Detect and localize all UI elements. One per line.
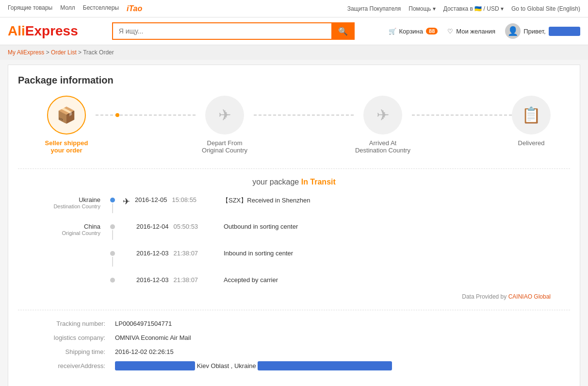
package-details: Tracking number: LP00064971504771 logist… xyxy=(18,310,570,369)
event-location-ukraine: Ukraine Destination Country xyxy=(37,196,110,209)
header: AliExpress 🔍 🛒 Корзина 88 ♡ Мои желания … xyxy=(0,17,588,45)
itao-logo[interactable]: iTao xyxy=(127,4,142,13)
event-dot-container-2 xyxy=(110,223,115,240)
logo-ali: Ali xyxy=(8,23,25,38)
event-dot-4 xyxy=(110,278,115,283)
event-dot-container-1 xyxy=(110,196,115,213)
greeting-label: Привет, xyxy=(523,28,546,35)
tracker-dots-1 xyxy=(96,115,196,116)
shipping-label: Shipping time: xyxy=(18,348,115,355)
event-dot-container-3 xyxy=(110,250,115,267)
shipped-label: Seller shipped your order xyxy=(37,139,96,154)
event-dot-line-2 xyxy=(112,230,113,240)
user-button[interactable]: 👤 Привет, user xyxy=(505,23,580,39)
depart-label: Depart From Original Country xyxy=(196,139,254,154)
event-location-china: China Original Country xyxy=(37,223,110,236)
detail-row-tracking: Tracking number: LP00064971504771 xyxy=(18,320,570,327)
transit-label: your package In Transit xyxy=(18,168,570,186)
plane-icon-1: ✈ xyxy=(123,196,130,207)
tracking-number-value: LP00064971504771 xyxy=(115,320,172,327)
tracker-step-arrived: ✈ Arrived At Destination Country xyxy=(354,96,412,154)
event-dot-line-1 xyxy=(112,203,113,213)
wishlist-icon: ♡ xyxy=(447,28,453,35)
top-nav-hot-deals[interactable]: Горящие товары xyxy=(8,4,52,13)
receiver-address-blur1: xxxxxxxxxx xyxy=(115,361,195,370)
event-time-3: 21:38:07 xyxy=(174,250,198,257)
transit-status: In Transit xyxy=(301,178,336,186)
tracker-step-depart: ✈ Depart From Original Country xyxy=(196,96,254,154)
tracker-line-1 xyxy=(96,115,196,116)
top-nav-left: Горящие товары Молл Бестселлеры iTao xyxy=(8,4,142,13)
user-avatar: 👤 xyxy=(505,23,521,39)
breadcrumb-order-list[interactable]: Order List xyxy=(51,49,77,56)
event-description-4: Accepted by carrier xyxy=(224,276,551,284)
event-description-3: Inbound in sorting center xyxy=(224,250,551,257)
event-dot-1 xyxy=(110,198,115,202)
event-description-2: Outbound in sorting center xyxy=(224,223,551,230)
delivered-label: Delivered xyxy=(518,139,545,147)
cainiao-link[interactable]: CAINIAO Global xyxy=(508,293,551,300)
data-provider-text: Data Provided by xyxy=(462,293,506,300)
transit-prefix: your package xyxy=(252,178,299,186)
wishlist-button[interactable]: ♡ Мои желания xyxy=(447,28,495,35)
top-nav-bestsellers[interactable]: Бестселлеры xyxy=(83,4,119,13)
breadcrumb-my-aliexpress[interactable]: My AliExpress xyxy=(8,49,44,56)
data-provider: Data Provided by CAINIAO Global xyxy=(37,293,551,300)
aliexpress-logo[interactable]: AliExpress xyxy=(8,23,78,39)
top-nav: Горящие товары Молл Бестселлеры iTao Защ… xyxy=(0,0,588,17)
event-datetime-1: 2016-12-05 15:08:55 xyxy=(135,196,222,203)
header-right: 🛒 Корзина 88 ♡ Мои желания 👤 Привет, use… xyxy=(389,23,580,39)
tracker-step-delivered: 📋 Delivered xyxy=(512,96,551,147)
tracking-events: Ukraine Destination Country ✈ 2016-12-05… xyxy=(37,196,551,284)
wishlist-label: Мои желания xyxy=(456,28,495,35)
receiver-label: receiverAddress: xyxy=(18,362,115,369)
logistics-label: logistics company: xyxy=(18,334,115,341)
detail-row-receiver: receiverAddress: xxxxxxxxxx Kiev Oblast … xyxy=(18,362,570,369)
main-content: Package information 📦 Seller shipped you… xyxy=(8,65,580,386)
event-country: Ukraine xyxy=(37,196,100,203)
receiver-value: xxxxxxxxxx Kiev Oblast , Ukraine xxxxxxx… xyxy=(115,362,392,369)
breadcrumb-sep2: > xyxy=(78,49,83,56)
progress-tracker: 📦 Seller shipped your order ✈ Depart Fro… xyxy=(37,96,551,154)
tracker-line-3 xyxy=(412,115,512,116)
event-dot-container-4 xyxy=(110,276,115,283)
logo-express: Express xyxy=(25,23,78,38)
event-location-type: Destination Country xyxy=(37,203,100,209)
search-button[interactable]: 🔍 xyxy=(331,22,355,40)
search-input[interactable] xyxy=(112,22,331,40)
event-location-type: Original Country xyxy=(37,230,100,236)
table-row: Ukraine Destination Country ✈ 2016-12-05… xyxy=(37,196,551,213)
event-dot-2 xyxy=(110,224,115,229)
top-nav-right: Защита Покупателя Помощь ▾ Доставка в 🇺🇦… xyxy=(347,5,580,12)
buyer-protection[interactable]: Защита Покупателя xyxy=(347,5,401,12)
table-row: 2016-12-03 21:38:07 Accepted by carrier xyxy=(37,276,551,284)
tracker-dots-3 xyxy=(412,115,512,116)
event-date-1: 2016-12-05 xyxy=(135,196,167,203)
event-time-1: 15:08:55 xyxy=(172,196,197,203)
header-search: 🔍 xyxy=(112,22,355,40)
logistics-value: OMNIVA Economic Air Mail xyxy=(115,334,191,341)
receiver-city: Kiev Oblast , Ukraine xyxy=(197,362,256,369)
help-button[interactable]: Помощь ▾ xyxy=(408,5,435,12)
event-description-1: 【SZX】Received in Shenzhen xyxy=(222,196,551,205)
event-datetime-4: 2016-12-03 21:38:07 xyxy=(136,276,224,284)
breadcrumb: My AliExpress > Order List > Track Order xyxy=(0,45,588,60)
arrived-icon: ✈ xyxy=(363,96,402,134)
top-nav-mall[interactable]: Молл xyxy=(60,4,75,13)
event-time-2: 05:50:53 xyxy=(174,223,198,230)
cart-label: Корзина xyxy=(399,28,424,35)
detail-row-logistics: logistics company: OMNIVA Economic Air M… xyxy=(18,334,570,341)
event-datetime-2: 2016-12-04 05:50:53 xyxy=(136,223,224,230)
cart-button[interactable]: 🛒 Корзина 88 xyxy=(389,28,438,35)
delivery-flag[interactable]: Доставка в 🇺🇦 / USD ▾ xyxy=(443,5,504,12)
global-site-link[interactable]: Go to Global Site (English) xyxy=(511,5,580,12)
table-row: 2016-12-03 21:38:07 Inbound in sorting c… xyxy=(37,250,551,267)
depart-icon: ✈ xyxy=(205,96,244,134)
arrived-label: Arrived At Destination Country xyxy=(354,139,412,154)
table-row: China Original Country 2016-12-04 05:50:… xyxy=(37,223,551,240)
progress-dot xyxy=(115,113,119,117)
tracker-dots-2 xyxy=(254,115,354,116)
page-title: Package information xyxy=(18,75,570,86)
cart-icon: 🛒 xyxy=(389,28,396,35)
event-country: China xyxy=(37,223,100,230)
